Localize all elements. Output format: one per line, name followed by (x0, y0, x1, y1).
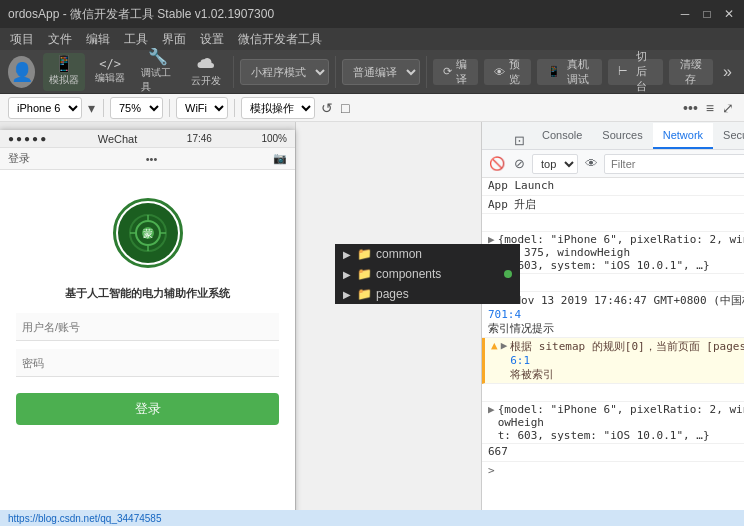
preview-button[interactable]: 👁 预览 (484, 59, 531, 85)
menu-edit[interactable]: 编辑 (80, 28, 116, 50)
warn-triangle-icon: ▲ (491, 339, 498, 352)
simulator-button[interactable]: 📱 模拟器 (43, 53, 85, 91)
filter-icon[interactable]: ⊘ (510, 155, 528, 173)
nav-camera-icon: 📷 (273, 152, 287, 165)
maximize-button[interactable]: □ (700, 7, 714, 21)
arrow-icon: ▶ (343, 269, 351, 280)
console-entry: App 升启 App.vue:39 (482, 196, 744, 214)
menu-file[interactable]: 文件 (42, 28, 78, 50)
menu-tools[interactable]: 工具 (118, 28, 154, 50)
file-tree-pages[interactable]: ▶ 📁 pages (335, 284, 520, 304)
app-name: WeChat (98, 133, 138, 145)
avatar: 👤 (8, 56, 35, 88)
folder-icon: 📁 (357, 267, 372, 281)
editor-button[interactable]: </> 编辑器 (89, 53, 131, 91)
file-tree-components[interactable]: ▶ 📁 components (335, 264, 520, 284)
status-dot (504, 270, 512, 278)
console-entry: login.vue:55 (482, 214, 744, 232)
expand-arrow-icon[interactable]: ▶ (488, 403, 495, 416)
console-msg: 667 (488, 445, 744, 458)
devtools-tabs: ⊡ Console Sources Network Security ⚠ 1 ⋮… (482, 122, 744, 150)
menu-wechat-tools[interactable]: 微信开发者工具 (232, 28, 328, 50)
compile-button[interactable]: ⟳ 编译 (433, 59, 478, 85)
title-text: ordosApp - 微信开发者工具 Stable v1.02.1907300 (8, 6, 274, 23)
tab-sources[interactable]: Sources (592, 123, 652, 149)
clear-cache-button[interactable]: 清缓存 (669, 59, 714, 85)
phone-icon: 📱 (547, 65, 561, 78)
menu-settings[interactable]: 设置 (194, 28, 230, 50)
arrow-icon: ▶ (343, 289, 351, 300)
tab-security[interactable]: Security (713, 123, 744, 149)
device-select[interactable]: iPhone 6 (8, 97, 82, 119)
devtools-panel: ⊡ Console Sources Network Security ⚠ 1 ⋮… (481, 122, 744, 526)
console-msg: {model: "iPhone 6", pixelRatio: 2, windo… (498, 403, 744, 442)
cloud-button[interactable]: 云开发 (185, 53, 227, 91)
folder-icon: 📁 (357, 247, 372, 261)
console-filter: top 👁 Default levels (532, 154, 744, 174)
menu-bar: 项目 文件 编辑 工具 界面 设置 微信开发者工具 (0, 28, 744, 50)
minimize-button[interactable]: ─ (678, 7, 692, 21)
chevron-down-icon[interactable]: ▾ (86, 98, 97, 118)
url-text: https://blog.csdn.net/qq_34474585 (8, 513, 161, 524)
debug-button[interactable]: 🔧 调试工具 (135, 53, 181, 91)
menu-project[interactable]: 项目 (4, 28, 40, 50)
bg-icon: ⊢ (618, 65, 628, 78)
tab-network[interactable]: Network (653, 123, 713, 149)
login-button[interactable]: 登录 (16, 393, 279, 425)
expand-icon[interactable]: ⤢ (720, 98, 736, 118)
time-display: 17:46 (187, 133, 212, 144)
expand-arrow-icon[interactable]: ▶ (501, 339, 508, 352)
url-bar: https://blog.csdn.net/qq_34474585 (0, 510, 744, 526)
username-input[interactable] (16, 313, 279, 341)
close-button[interactable]: ✕ (722, 7, 736, 21)
filter-input[interactable] (604, 154, 744, 174)
toolbar-separator-2 (335, 56, 336, 88)
signal-indicator: ●●●●● (8, 133, 48, 144)
svg-text:蒙: 蒙 (143, 228, 153, 239)
dots-icon[interactable]: ••• (681, 98, 700, 118)
settings-icon[interactable]: ≡ (704, 98, 716, 118)
console-entry: App Launch App.vue:12 (482, 178, 744, 196)
background-button[interactable]: ⊢ 切后台 (608, 59, 662, 85)
phone-screen: ●●●●● WeChat 17:46 100% 登录 ••• 📷 (0, 130, 295, 518)
separator (103, 99, 104, 117)
phone-status-bar: ●●●●● WeChat 17:46 100% (0, 130, 295, 148)
more-button[interactable]: » (719, 61, 736, 83)
console-msg: 根据 sitemap 的规则[0]，当前页面 [pages/login/logi… (510, 339, 744, 382)
console-prompt[interactable] (482, 462, 744, 479)
real-debug-button[interactable]: 📱 真机调试 (537, 59, 602, 85)
toolbar-separator (233, 56, 234, 88)
cloud-icon (197, 56, 215, 73)
mode-select[interactable]: 小程序模式 (240, 59, 329, 85)
console-msg: App 升启 (488, 197, 744, 212)
phone-content: 蒙 基于人工智能的电力辅助作业系统 登录 (0, 170, 295, 441)
console-output[interactable]: App Launch App.vue:12 App 升启 App.vue:39 … (482, 178, 744, 526)
file-tree-overlay: ▶ 📁 common ▶ 📁 components ▶ 📁 pages (335, 244, 520, 304)
inspect-icon[interactable]: ⊡ (510, 131, 528, 149)
screenshot-icon[interactable]: □ (339, 98, 351, 118)
network-select[interactable]: WiFi (176, 97, 228, 119)
console-entry: 667 login.vue:56 (482, 274, 744, 292)
folder-name: common (376, 247, 422, 261)
arrow-icon: ▶ (343, 249, 351, 260)
console-entry-object2: ▶ {model: "iPhone 6", pixelRatio: 2, win… (482, 402, 744, 444)
clear-console-icon[interactable]: 🚫 (488, 155, 506, 173)
console-entry: 667 login.vue:56 (482, 444, 744, 462)
password-input[interactable] (16, 349, 279, 377)
operation-select[interactable]: 模拟操作 (241, 97, 315, 119)
folder-name: components (376, 267, 441, 281)
folder-icon: 📁 (357, 287, 372, 301)
device-bar: iPhone 6 ▾ 75% WiFi 模拟操作 ↺ □ ••• ≡ ⤢ (0, 94, 744, 122)
rotate-icon[interactable]: ↺ (319, 98, 335, 118)
context-select[interactable]: top (532, 154, 578, 174)
eye-icon[interactable]: 👁 (582, 155, 600, 173)
battery-indicator: 100% (261, 133, 287, 144)
folder-name: pages (376, 287, 409, 301)
zoom-select[interactable]: 75% (110, 97, 163, 119)
file-tree-common[interactable]: ▶ 📁 common (335, 244, 520, 264)
tab-console[interactable]: Console (532, 123, 592, 149)
app-title: 基于人工智能的电力辅助作业系统 (65, 286, 230, 301)
compile-select[interactable]: 普通编译 (342, 59, 420, 85)
menu-interface[interactable]: 界面 (156, 28, 192, 50)
console-msg: Wed Nov 13 2019 17:46:47 GMT+0800 (中国标准时… (488, 293, 744, 336)
